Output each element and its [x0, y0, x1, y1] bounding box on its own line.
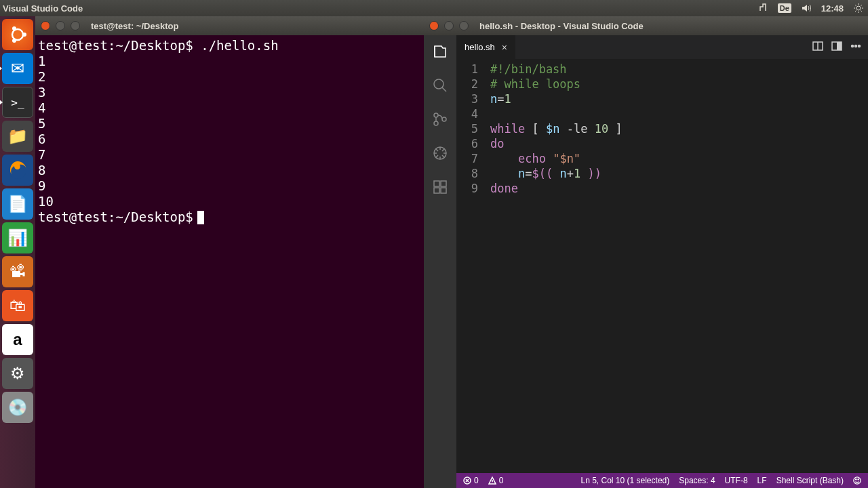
code-line-4: [490, 106, 868, 121]
svg-point-7: [434, 113, 438, 117]
terminal-output: 5: [38, 116, 421, 131]
status-bar: 0 0 Ln 5, Col 10 (1 selected) Spaces: 4 …: [456, 473, 868, 488]
svg-point-23: [856, 479, 856, 480]
network-icon[interactable]: [757, 3, 768, 14]
code-line-3: n=1: [490, 92, 868, 106]
launcher-software[interactable]: 🛍: [2, 290, 33, 321]
terminal-title: test@test: ~/Desktop: [91, 21, 178, 31]
status-language[interactable]: Shell Script (Bash): [776, 476, 844, 485]
launcher-writer[interactable]: 📄: [2, 188, 33, 220]
svg-point-20: [859, 45, 861, 47]
status-warnings[interactable]: 0: [488, 476, 504, 485]
terminal-output: 6: [38, 131, 421, 147]
code-line-8: n=$(( n+1 )): [490, 166, 868, 181]
activity-bar: [424, 35, 456, 488]
maximize-button[interactable]: [71, 21, 80, 30]
tab-hello-sh[interactable]: hello.sh ×: [456, 35, 516, 59]
launcher-disk[interactable]: 💿: [2, 392, 33, 423]
code-line-5: while [ $n -le 10 ]: [490, 121, 868, 136]
status-eol[interactable]: LF: [757, 476, 767, 485]
launcher-files[interactable]: 📁: [2, 121, 33, 152]
vscode-titlebar[interactable]: hello.sh - Desktop - Visual Studio Code: [424, 16, 868, 35]
keyboard-indicator[interactable]: De: [778, 3, 791, 13]
minimize-button[interactable]: [444, 21, 454, 30]
terminal-output: 4: [38, 100, 421, 116]
terminal-output: 9: [38, 178, 421, 194]
tab-label: hello.sh: [465, 42, 495, 52]
terminal-command: ./hello.sh: [201, 38, 278, 53]
launcher-calc[interactable]: 📊: [2, 222, 33, 253]
svg-point-8: [434, 121, 438, 125]
split-preview-icon[interactable]: [812, 41, 823, 54]
launcher-mail[interactable]: ✉: [2, 53, 33, 84]
close-button[interactable]: [429, 21, 439, 30]
vscode-window: hello.sh - Desktop - Visual Studio Code …: [424, 16, 868, 488]
terminal-output: 1: [38, 54, 421, 69]
svg-point-1: [12, 29, 23, 40]
svg-rect-14: [441, 188, 446, 193]
volume-icon[interactable]: [801, 3, 812, 14]
explorer-icon[interactable]: [431, 42, 450, 61]
launcher-firefox[interactable]: [2, 155, 33, 186]
svg-point-2: [22, 33, 26, 37]
svg-rect-12: [441, 181, 446, 186]
svg-rect-17: [837, 42, 842, 50]
tab-bar: hello.sh ×: [456, 35, 868, 59]
svg-point-3: [12, 26, 16, 30]
terminal-prompt: test@test:~/Desktop$: [38, 38, 193, 53]
terminal-prompt: test@test:~/Desktop$: [38, 209, 193, 224]
svg-rect-11: [434, 181, 439, 186]
debug-icon[interactable]: [431, 144, 450, 163]
code-line-7: echo "$n": [490, 151, 868, 166]
gear-icon[interactable]: [853, 3, 864, 14]
minimize-button[interactable]: [56, 21, 65, 30]
editor-body[interactable]: 123456789 #!/bin/bash # while loops n=1 …: [456, 59, 868, 473]
terminal-window: test@test: ~/Desktop test@test:~/Desktop…: [35, 16, 424, 488]
app-title: Visual Studio Code: [0, 3, 83, 14]
status-spaces[interactable]: Spaces: 4: [679, 476, 715, 485]
terminal-output: 7: [38, 147, 421, 163]
terminal-cursor: [197, 211, 204, 224]
terminal-output: 8: [38, 163, 421, 178]
close-button[interactable]: [41, 21, 50, 30]
status-position[interactable]: Ln 5, Col 10 (1 selected): [580, 476, 669, 485]
tab-close-icon[interactable]: ×: [502, 42, 507, 53]
feedback-icon[interactable]: [853, 476, 861, 485]
launcher-impress[interactable]: 📽: [2, 256, 33, 287]
svg-point-4: [12, 39, 16, 43]
system-tray: De 12:48: [757, 3, 868, 14]
maximize-button[interactable]: [459, 21, 469, 30]
vscode-main: hello.sh × 123456789 #!/bin/bash # while…: [424, 35, 868, 488]
vscode-title: hello.sh - Desktop - Visual Studio Code: [479, 21, 644, 31]
svg-point-18: [852, 45, 854, 47]
tab-actions: [812, 35, 868, 59]
launcher-terminal[interactable]: >_: [2, 87, 33, 118]
svg-point-24: [858, 479, 859, 480]
launcher-dash[interactable]: [2, 19, 33, 50]
extensions-icon[interactable]: [431, 178, 450, 197]
svg-point-19: [855, 45, 857, 47]
launcher-settings[interactable]: ⚙: [2, 358, 33, 389]
status-errors[interactable]: 0: [463, 476, 479, 485]
svg-point-9: [442, 117, 446, 121]
terminal-output: 10: [38, 194, 421, 209]
top-panel: Visual Studio Code De 12:48: [0, 0, 868, 16]
source-control-icon[interactable]: [431, 110, 450, 129]
unity-launcher: ✉ >_ 📁 📄 📊 📽 🛍 a ⚙ 💿: [0, 16, 35, 488]
search-icon[interactable]: [431, 76, 450, 95]
split-editor-icon[interactable]: [831, 41, 842, 54]
svg-point-6: [434, 79, 443, 89]
terminal-body[interactable]: test@test:~/Desktop$ ./hello.sh 1 2 3 4 …: [35, 35, 424, 488]
svg-point-22: [854, 477, 861, 484]
code-content[interactable]: #!/bin/bash # while loops n=1 while [ $n…: [490, 62, 868, 473]
status-encoding[interactable]: UTF-8: [725, 476, 748, 485]
more-icon[interactable]: [850, 41, 861, 54]
svg-point-0: [856, 6, 861, 10]
launcher-amazon[interactable]: a: [2, 324, 33, 355]
terminal-titlebar[interactable]: test@test: ~/Desktop: [35, 16, 424, 35]
clock[interactable]: 12:48: [821, 3, 844, 14]
editor-area: hello.sh × 123456789 #!/bin/bash # while…: [456, 35, 868, 488]
line-gutter: 123456789: [456, 62, 490, 473]
terminal-output: 3: [38, 85, 421, 100]
svg-rect-13: [434, 188, 439, 193]
